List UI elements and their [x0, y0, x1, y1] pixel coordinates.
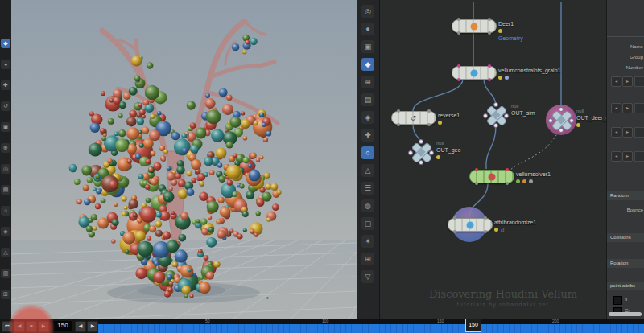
stop-button[interactable]: ■ [26, 321, 37, 332]
playhead[interactable]: 150 [465, 319, 481, 332]
construction-plane-icon[interactable]: ▤ [361, 93, 374, 106]
node-reverse[interactable]: ↺ [391, 111, 436, 125]
left-tool-shelf: ◆●✚↺▣⊕◎▤○◈△▥⊞ [0, 0, 11, 319]
param-field-0[interactable] [634, 76, 644, 87]
timeline-tick-50: 50 [205, 319, 210, 323]
display-options-icon[interactable]: ⊞ [361, 253, 374, 265]
node-outdeer[interactable] [549, 108, 573, 132]
paint-tool-icon[interactable]: ▤ [1, 185, 10, 195]
scene-viewport[interactable]: ◂ [11, 0, 357, 319]
timeline-tick-200: 200 [552, 319, 559, 323]
param-dec-button-1[interactable]: ◂ [611, 103, 621, 113]
param-label-2: Number [626, 65, 643, 70]
solver-icon [489, 173, 496, 180]
node-deer[interactable] [452, 19, 497, 33]
persp-view-icon[interactable]: ◎ [361, 5, 374, 18]
timeline-tick-100: 100 [322, 319, 328, 323]
outgeo-type-label: null [436, 141, 444, 146]
node-reverse-label: reverse1 [438, 113, 460, 118]
light-icon[interactable]: ✶ [361, 235, 374, 248]
shade-mode-icon[interactable]: ● [361, 23, 374, 35]
wire-7 [510, 131, 559, 171]
playbar: ⏮◀■▶ 150 ◀▶ 50100150200 150 [0, 319, 644, 333]
node-outdeer-label: OUT_deer_geo [576, 115, 606, 121]
node-reverse-badges [438, 121, 444, 125]
outdeer-type-label: null [576, 109, 584, 113]
camera-icon[interactable]: ▢ [361, 217, 374, 230]
jump-start-button[interactable]: ⏮ [2, 321, 13, 332]
param-field-1[interactable] [634, 103, 644, 113]
grain-icon [471, 69, 478, 76]
node-solver[interactable] [469, 170, 514, 183]
snap-point-icon[interactable]: ⊕ [361, 76, 374, 88]
node-display-label: attribrandomize1 [494, 220, 536, 225]
timeline[interactable]: 50100150200 150 [98, 319, 644, 333]
handles-icon[interactable]: ▽ [361, 270, 374, 283]
param-section-2: Rotation [607, 259, 644, 268]
handle-tool-icon[interactable]: ⊕ [1, 143, 10, 153]
node-grain-badges [498, 76, 511, 80]
param-section-3: point attribs [607, 282, 644, 290]
extra-tool-icon[interactable]: ⊞ [1, 290, 10, 299]
node-solver-label: vellumsolver1 [516, 171, 551, 177]
node-deer-comment: Geometry [498, 35, 523, 41]
param-hscrollbar[interactable] [609, 312, 642, 316]
wire-2 [413, 79, 463, 111]
node-deer-label: Deer1 [498, 21, 514, 27]
param-field-3[interactable] [634, 151, 644, 162]
snap-grid-icon[interactable]: ◆ [361, 58, 374, 71]
points-display-icon[interactable]: ○ [361, 146, 374, 159]
jump-end-button[interactable]: ▶ [87, 321, 98, 332]
houdini-window: { "watermark": { "title": "Discovering H… [0, 0, 644, 333]
group-list-icon[interactable]: ☰ [361, 182, 374, 195]
param-inc-button-1[interactable]: ▸ [622, 103, 633, 113]
rotate-tool-icon[interactable]: ↺ [1, 101, 10, 111]
scale-tool-icon[interactable]: ▣ [1, 122, 10, 132]
outsim-type-label: null [511, 104, 518, 109]
misc-tool-icon[interactable]: ▥ [1, 269, 10, 278]
param-checkbox-0[interactable] [613, 296, 622, 305]
view-tool-icon[interactable]: ● [1, 60, 10, 69]
step-back-button[interactable]: ◀ [14, 321, 25, 332]
wireframe-icon[interactable]: ▣ [361, 40, 374, 53]
move-tool-icon[interactable]: ✚ [1, 80, 10, 90]
timeline-track[interactable] [98, 324, 644, 333]
node-display[interactable] [448, 218, 493, 232]
param-label-1: Group [630, 55, 643, 60]
param-dec-button-2[interactable]: ◂ [611, 127, 621, 138]
param-dec-button-0[interactable]: ◂ [611, 76, 621, 87]
network-editor[interactable]: Deer1Geometryvellumconstraints_grain1↺re… [378, 0, 606, 319]
param-label-bounce: Bounce [627, 208, 643, 212]
step-forward-button[interactable]: ◀ [75, 321, 86, 332]
select-tool-icon[interactable]: ◆ [1, 39, 10, 48]
node-outsim-label: OUT_sim [511, 110, 535, 116]
node-display-badges: cl [494, 228, 504, 232]
param-dec-button-3[interactable]: ◂ [611, 151, 621, 162]
timeline-ruler: 50100150200 [98, 319, 644, 324]
timeline-tick-150: 150 [437, 319, 444, 323]
snap-tool-icon[interactable]: ◎ [1, 164, 10, 174]
param-inc-button-0[interactable]: ▸ [622, 76, 633, 87]
param-inc-button-2[interactable]: ▸ [622, 127, 633, 138]
select-mode-icon[interactable]: ◈ [361, 111, 374, 124]
play-button[interactable]: ▶ [38, 321, 49, 332]
param-field-2[interactable] [634, 127, 644, 138]
measure-tool-icon[interactable]: △ [1, 248, 10, 257]
visualizer-icon[interactable]: ◍ [361, 199, 374, 212]
node-grain-label: vellumconstraints_grain1 [498, 68, 560, 73]
secure-select-icon[interactable]: ✚ [361, 129, 374, 142]
node-outgeo-label: OUT_geo [436, 147, 460, 153]
sculpt-tool-icon[interactable]: ◈ [1, 227, 10, 236]
node-outgeo-badges [436, 155, 443, 160]
node-grain[interactable] [452, 66, 497, 80]
param-inc-button-3[interactable]: ▸ [622, 151, 633, 162]
pose-tool-icon[interactable]: ○ [1, 206, 10, 216]
origin-marker: ◂ [266, 294, 268, 300]
wire-6 [486, 125, 496, 169]
node-outgeo[interactable] [409, 140, 433, 164]
param-section-0: Random [607, 191, 644, 200]
normals-display-icon[interactable]: △ [361, 164, 374, 177]
current-frame-field[interactable]: 150 [53, 321, 72, 331]
viewport-toolbar: ◎●▣◆⊕▤◈✚○△☰◍▢✶⊞▽ [357, 0, 380, 319]
node-outsim[interactable] [484, 103, 508, 127]
